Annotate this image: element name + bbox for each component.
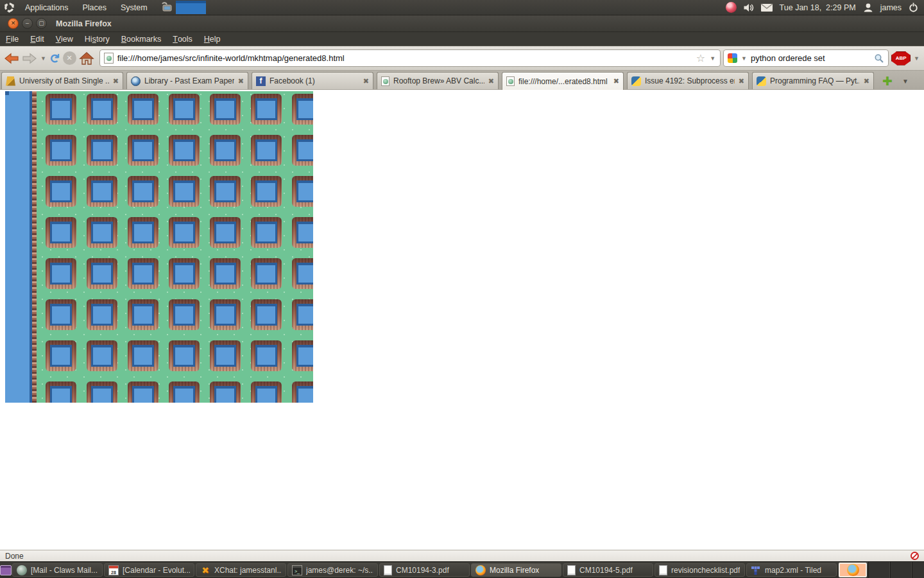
search-magnifier-icon[interactable]	[874, 53, 884, 64]
window-preview-applet[interactable]	[176, 1, 206, 14]
taskbar-task[interactable]: revisionchecklist.pdf	[654, 563, 745, 577]
tab[interactable]: fFacebook (1)✖	[252, 72, 373, 89]
map-water-tile	[128, 381, 158, 403]
menu-view[interactable]: View	[50, 32, 79, 46]
task-list: [Mail - Claws Mail...28[Calendar - Evolu…	[12, 562, 837, 578]
new-tab-button[interactable]: ✚	[882, 76, 893, 87]
workspace-cell[interactable]	[868, 562, 890, 578]
tab[interactable]: University of Bath Single ...✖	[1, 72, 123, 89]
mail-envelope-icon[interactable]	[760, 3, 773, 12]
stop-button[interactable]: ✕	[63, 49, 76, 67]
map-water-tile	[251, 381, 282, 403]
map-water-tile	[128, 217, 158, 248]
map-water-tile	[292, 340, 313, 371]
url-bar[interactable]: ☆ ▼	[99, 49, 721, 67]
map-water-tile	[292, 176, 313, 207]
tab-close-icon[interactable]: ✖	[864, 77, 869, 85]
search-bar[interactable]: ▼	[723, 49, 889, 67]
map-water-tile	[87, 135, 117, 166]
search-engine-dropdown-icon[interactable]: ▼	[740, 55, 748, 62]
bookmark-star-icon[interactable]: ☆	[696, 52, 705, 64]
python-favicon-icon	[631, 76, 641, 86]
taskbar-task[interactable]: map2.xml - Tiled	[746, 563, 837, 577]
tab-close-icon[interactable]: ✖	[613, 77, 619, 85]
show-desktop-button[interactable]	[0, 562, 12, 578]
menu-edit[interactable]: Edit	[24, 32, 50, 46]
desktop: Applications Places System	[0, 0, 924, 578]
document-favicon-icon	[506, 76, 515, 86]
map-water-tile	[169, 135, 200, 166]
page-content	[0, 90, 924, 550]
map-water-tile	[210, 258, 241, 289]
bath-favicon-icon	[6, 76, 15, 86]
volume-icon[interactable]	[743, 3, 754, 13]
task-label: revisionchecklist.pdf	[671, 566, 740, 575]
tab-title: Facebook (1)	[270, 76, 359, 85]
back-button[interactable]	[4, 49, 19, 67]
minimize-button[interactable]: –	[22, 18, 33, 29]
workspace-cell[interactable]	[912, 562, 924, 578]
tab-close-icon[interactable]: ✖	[739, 77, 744, 85]
power-icon[interactable]	[908, 2, 919, 13]
calendar-icon: 28	[108, 565, 119, 575]
close-button[interactable]: ✕	[8, 18, 19, 29]
taskbar-task[interactable]: ✖XChat: jamesstanl...	[196, 563, 286, 577]
map-water-tile	[46, 94, 76, 125]
ubuntu-logo-icon[interactable]	[4, 2, 15, 13]
system-menu[interactable]: System	[114, 0, 154, 15]
maximize-button[interactable]: ▢	[36, 18, 47, 29]
menu-tools[interactable]: Tools	[167, 32, 198, 46]
tab-strip: University of Bath Single ...✖Library - …	[1, 72, 874, 90]
map-water-tile	[46, 340, 76, 371]
top-panel: Applications Places System	[0, 0, 924, 15]
tab-active[interactable]: file:///home/...erated8.html✖	[502, 72, 624, 90]
list-all-tabs-icon[interactable]: ▼	[902, 78, 909, 85]
tab[interactable]: Library - Past Exam Papers✖	[126, 72, 248, 89]
taskbar-task[interactable]: CM10194-5.pdf	[563, 563, 653, 577]
remote-desktop-icon[interactable]	[160, 2, 173, 13]
workspace-cell[interactable]	[890, 562, 912, 578]
menu-bookmarks[interactable]: Bookmarks	[116, 32, 167, 46]
reload-button[interactable]: ↻	[46, 53, 64, 64]
claws-icon	[17, 565, 27, 575]
places-menu[interactable]: Places	[76, 0, 113, 15]
clock[interactable]: Tue Jan 18, 2:29 PM	[780, 3, 856, 12]
taskbar-task[interactable]: 28[Calendar - Evolut...	[104, 563, 194, 577]
search-input[interactable]	[751, 53, 871, 63]
firefox-attention-button[interactable]	[839, 563, 867, 577]
taskbar-task[interactable]: Mozilla Firefox	[471, 563, 561, 577]
tab[interactable]: Issue 4192: Subprocess er...✖	[627, 72, 749, 89]
tab-close-icon[interactable]: ✖	[113, 77, 119, 85]
map-water-tile	[292, 94, 313, 125]
username-label[interactable]: james	[880, 3, 902, 12]
tab-close-icon[interactable]: ✖	[363, 77, 369, 85]
user-icon[interactable]	[862, 2, 874, 13]
task-label: [Mail - Claws Mail...	[31, 566, 98, 575]
notification-status-icon[interactable]	[726, 2, 737, 13]
adblock-plus-icon[interactable]: ABP	[891, 51, 911, 66]
map-rock-column	[32, 91, 37, 403]
taskbar-task[interactable]: CM10194-3.pdf	[379, 563, 470, 577]
adblock-dropdown-icon[interactable]: ▼	[913, 55, 920, 62]
map-water-tile	[210, 299, 241, 330]
taskbar-task[interactable]: [Mail - Claws Mail...	[12, 563, 103, 577]
tab[interactable]: Programming FAQ — Pyt...✖	[752, 72, 874, 89]
url-history-dropdown-icon[interactable]: ▼	[709, 55, 716, 62]
applications-menu[interactable]: Applications	[19, 0, 74, 15]
tab[interactable]: Rooftop Brew» ABV Calc...✖	[377, 72, 499, 89]
menu-history[interactable]: History	[79, 32, 116, 46]
adblock-status-icon[interactable]	[911, 552, 919, 560]
taskbar-task[interactable]: >_james@derek: ~/s...	[287, 563, 378, 577]
menu-file[interactable]: File	[0, 32, 24, 46]
map-water-tile	[292, 258, 313, 289]
window-titlebar[interactable]: ✕ – ▢ Mozilla Firefox	[0, 15, 924, 32]
tab-close-icon[interactable]: ✖	[488, 77, 494, 85]
google-search-engine-icon[interactable]	[728, 53, 737, 63]
map-water-tile	[210, 94, 241, 125]
url-input[interactable]	[117, 53, 692, 63]
task-label: CM10194-5.pdf	[579, 566, 633, 575]
tab-close-icon[interactable]: ✖	[238, 77, 244, 85]
home-button[interactable]	[79, 49, 94, 67]
forward-button[interactable]	[22, 49, 37, 67]
menu-help[interactable]: Help	[198, 32, 227, 46]
